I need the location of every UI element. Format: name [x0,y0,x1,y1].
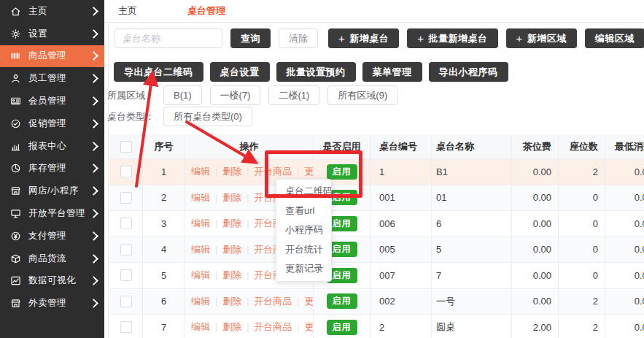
table-name: 5 [432,237,512,263]
sidebar-item-3[interactable]: 员工管理 [0,67,104,90]
table-name-search-input[interactable] [115,28,222,48]
area-chip-2[interactable]: 二楼(1) [268,85,319,105]
sidebar-item-4[interactable]: 会员管理 [0,90,104,112]
more-link[interactable]: 更多∨ [304,295,314,308]
add-area-button[interactable]: +新增区域 [506,28,577,48]
area-chip-3[interactable]: 所有区域(9) [327,85,397,105]
tea-fee: 0.00 [512,159,559,185]
sidebar-item-12[interactable]: 数据可视化 [0,270,104,293]
area-chip-1[interactable]: 一楼(7) [210,85,261,105]
menu-management-button[interactable]: 菜单管理 [362,62,422,82]
sidebar-item-0[interactable]: 主页 [0,0,104,23]
sidebar-item-5[interactable]: 促销管理 [0,112,104,135]
more-link[interactable]: 更多∨ [304,165,314,178]
delete-link[interactable]: 删除 [222,217,241,230]
pie-chart-icon [10,163,22,174]
batch-add-table-button[interactable]: +批量新增桌台 [407,28,497,48]
add-table-button[interactable]: +新增桌台 [328,28,399,48]
area-filter-row: 所属区域： B(1) 一楼(7) 二楼(1) 所有区域(9) [107,85,397,105]
dropdown-item-miniprogram-code[interactable]: 小程序码 [276,220,331,240]
tab-table-management[interactable]: 桌台管理 [187,4,225,18]
type-chip-0[interactable]: 所有桌台类型(0) [163,107,252,126]
edit-link[interactable]: 编辑 [191,320,210,334]
dropdown-item-open-stats[interactable]: 开台统计 [276,240,331,260]
tab-home[interactable]: 主页 [118,4,137,18]
edit-link[interactable]: 编辑 [191,165,210,178]
sidebar-item-label: 员工管理 [28,72,66,85]
seat-count: 2 [559,315,605,338]
row-checkbox[interactable] [120,244,132,256]
sidebar-item-13[interactable]: 外卖管理 [0,292,104,315]
sidebar-item-label: 设置 [28,28,47,40]
sidebar-item-label: 商品管理 [28,50,66,62]
sidebar-item-8[interactable]: 网店/小程序 [0,180,104,202]
area-chip-0[interactable]: B(1) [163,85,202,105]
type-chips: 所有桌台类型(0) [163,107,252,126]
query-button[interactable]: 查询 [230,28,271,48]
enabled-toggle-button[interactable]: 启用 [327,293,357,309]
edit-link[interactable]: 编辑 [191,191,210,204]
row-checkbox[interactable] [120,192,132,204]
row-checkbox[interactable] [120,296,132,307]
dropdown-item-update-log[interactable]: 更新记录 [276,259,331,279]
enabled-toggle-button[interactable]: 启用 [327,164,357,180]
more-link[interactable]: 更多∨ [304,320,314,334]
sidebar-item-label: 支付管理 [28,230,66,242]
row-number: 6 [143,289,185,315]
edit-link[interactable]: 编辑 [191,243,210,256]
table-settings-button[interactable]: 桌台设置 [210,62,270,82]
select-all-checkbox[interactable] [120,141,132,153]
edit-link[interactable]: 编辑 [191,295,210,308]
sidebar-item-2[interactable]: 商品管理 [0,45,104,68]
delete-link[interactable]: 删除 [222,191,241,204]
seat-count: 2 [559,289,605,315]
clear-button[interactable]: 清除 [279,28,318,48]
export-table-qrcode-button[interactable]: 导出桌台二维码 [114,62,203,82]
row-checkbox[interactable] [120,166,132,177]
delete-link[interactable]: 删除 [222,320,241,334]
sidebar-item-6[interactable]: 报表中心 [0,135,104,158]
sidebar-item-label: 报表中心 [28,140,66,153]
enabled-toggle-button[interactable]: 启用 [327,320,357,335]
tea-fee: 0.00 [512,237,559,263]
sidebar-item-9[interactable]: 开放平台管理 [0,202,104,225]
export-miniprogram-code-button[interactable]: 导出小程序码 [429,62,508,82]
edit-area-button[interactable]: 编辑区域 [585,28,644,48]
table-code: 005 [371,237,432,263]
edit-link[interactable]: 编辑 [191,269,210,282]
sidebar-item-11[interactable]: 商品货流 [0,247,104,270]
table-name: 圆桌 [432,315,512,338]
open-table-products-link[interactable]: 开台商品 [254,165,292,178]
tables-table: 序号 操作 是否启用 桌台编号 桌台名称 茶位费 座位数 最低消费 1 编辑 |… [109,134,644,338]
row-checkbox[interactable] [120,321,132,333]
sidebar-item-label: 促销管理 [28,118,66,130]
delete-link[interactable]: 删除 [222,269,241,282]
sidebar-item-1[interactable]: 设置 [0,23,104,45]
seat-count: 0 [559,263,605,288]
batch-reservation-button[interactable]: 批量设置预约 [276,62,356,82]
row-number: 3 [143,211,185,237]
sidebar-item-7[interactable]: 库存管理 [0,158,104,180]
delete-link[interactable]: 删除 [222,243,241,256]
column-header-0: 序号 [143,134,185,158]
dropdown-item-view-url[interactable]: 查看url [276,201,331,221]
delete-link[interactable]: 删除 [222,295,241,308]
edit-link[interactable]: 编辑 [191,217,210,230]
row-checkbox[interactable] [120,218,132,229]
sidebar-item-label: 主页 [28,5,47,18]
line-chart-icon [10,275,22,287]
storefront-icon [10,185,22,197]
row-checkbox[interactable] [120,269,132,281]
open-table-products-link[interactable]: 开台商品 [254,295,292,308]
delete-link[interactable]: 删除 [222,165,241,178]
min-consumption: 0.00 [605,211,644,237]
sidebar-item-label: 数据可视化 [28,274,76,287]
sidebar-item-label: 外卖管理 [28,297,66,310]
sidebar-item-label: 网店/小程序 [28,185,79,197]
open-table-products-link[interactable]: 开台商品 [254,320,292,334]
sidebar-item-10[interactable]: 支付管理 [0,225,104,247]
tea-fee: 0.00 [512,185,559,211]
dropdown-item-table-qrcode[interactable]: 桌台二维码 [276,182,331,201]
min-consumption: 0.00 [605,185,644,211]
plus-icon: + [338,33,345,44]
